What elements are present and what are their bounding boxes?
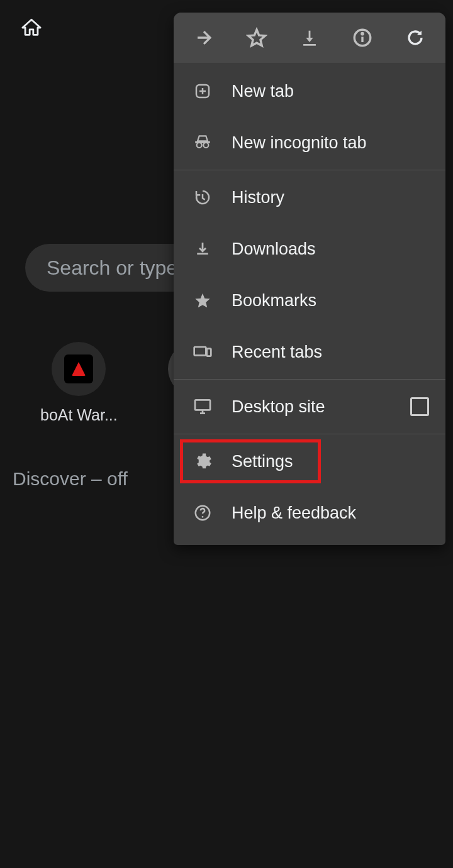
history-icon xyxy=(190,185,215,210)
reload-button[interactable] xyxy=(403,25,428,50)
shortcut-label: boAt War... xyxy=(40,406,118,424)
menu-label: Bookmarks xyxy=(232,291,429,310)
svg-point-8 xyxy=(202,516,204,518)
home-button[interactable] xyxy=(13,9,50,47)
menu-new-tab[interactable]: New tab xyxy=(174,65,445,117)
menu-label: Recent tabs xyxy=(232,343,429,362)
menu-incognito[interactable]: New incognito tab xyxy=(174,117,445,168)
menu-label: Downloads xyxy=(232,239,429,259)
page-info-button[interactable] xyxy=(350,25,375,50)
menu-recent-tabs[interactable]: Recent tabs xyxy=(174,326,445,378)
menu-items: New tab New incognito tab History Downlo… xyxy=(174,63,445,545)
downloads-icon xyxy=(190,236,215,261)
menu-bookmarks[interactable]: Bookmarks xyxy=(174,275,445,326)
svg-rect-5 xyxy=(207,349,211,356)
bookmark-button[interactable] xyxy=(244,25,269,50)
forward-button[interactable] xyxy=(191,25,216,50)
menu-separator xyxy=(174,434,445,434)
menu-label: Help & feedback xyxy=(232,503,429,523)
svg-rect-6 xyxy=(195,400,210,410)
incognito-icon xyxy=(190,130,215,155)
menu-desktop-site[interactable]: Desktop site xyxy=(174,381,445,432)
menu-downloads[interactable]: Downloads xyxy=(174,223,445,275)
recent-tabs-icon xyxy=(190,339,215,365)
svg-rect-4 xyxy=(194,347,206,355)
shortcut-tile xyxy=(52,342,106,396)
menu-label: History xyxy=(232,188,429,207)
menu-history[interactable]: History xyxy=(174,172,445,223)
download-button[interactable] xyxy=(297,25,322,50)
svg-point-2 xyxy=(362,33,363,34)
overflow-menu: New tab New incognito tab History Downlo… xyxy=(174,13,445,545)
search-placeholder: Search or type xyxy=(47,256,177,280)
bookmarks-icon xyxy=(190,288,215,313)
desktop-icon xyxy=(190,394,215,419)
menu-help[interactable]: Help & feedback xyxy=(174,487,445,539)
menu-settings[interactable]: Settings xyxy=(174,436,445,487)
menu-separator xyxy=(174,170,445,170)
menu-action-row xyxy=(174,13,445,63)
menu-label: Settings xyxy=(232,452,429,471)
menu-label: New incognito tab xyxy=(232,133,429,153)
help-icon xyxy=(190,500,215,525)
shortcut-boat[interactable]: boAt War... xyxy=(40,342,118,424)
settings-icon xyxy=(190,449,215,474)
desktop-site-checkbox[interactable] xyxy=(410,397,429,416)
new-tab-icon xyxy=(190,79,215,104)
boat-icon xyxy=(64,354,93,383)
menu-label: New tab xyxy=(232,82,429,101)
menu-label: Desktop site xyxy=(232,397,394,417)
menu-separator xyxy=(174,379,445,380)
